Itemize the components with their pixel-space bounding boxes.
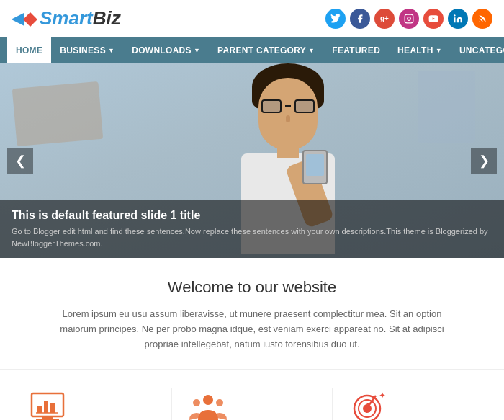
svg-rect-0 bbox=[405, 14, 413, 23]
hero-neck bbox=[277, 140, 299, 158]
nav-parent-arrow: ▼ bbox=[308, 47, 315, 54]
hero-bg-item2 bbox=[418, 71, 475, 143]
hero-title: This is default featured slide 1 title bbox=[12, 209, 492, 222]
slider-next-button[interactable]: ❯ bbox=[471, 148, 497, 174]
google-plus-icon[interactable]: g+ bbox=[374, 9, 395, 29]
welcome-title: Welcome to our website bbox=[43, 278, 461, 297]
svg-rect-9 bbox=[44, 401, 48, 413]
social-icons-group: g+ bbox=[325, 9, 492, 29]
welcome-section: Welcome to our website Lorem ipsum eu us… bbox=[0, 258, 504, 370]
svg-point-13 bbox=[193, 399, 200, 406]
hero-bg-item1 bbox=[12, 81, 104, 146]
svg-rect-8 bbox=[37, 406, 42, 413]
feature-support: Friendly Support Lorem ipsum dolor sit a… bbox=[171, 388, 332, 420]
site-header: ◀ SmartBiz g+ bbox=[0, 0, 504, 37]
nav-uncategorized[interactable]: UNCATEGORIZED bbox=[451, 37, 504, 63]
linkedin-icon[interactable] bbox=[448, 9, 468, 29]
hero-description: Go to Blogger edit html and find these s… bbox=[12, 225, 492, 249]
svg-point-14 bbox=[216, 399, 223, 406]
svg-point-4 bbox=[479, 21, 480, 22]
hero-nose bbox=[286, 115, 290, 122]
nav-downloads[interactable]: DOWNLOADS ▼ bbox=[123, 37, 209, 63]
nav-parent-category[interactable]: PARENT CATEGORY ▼ bbox=[209, 37, 323, 63]
hero-phone-screen bbox=[306, 154, 324, 176]
nav-featured[interactable]: FEATURED bbox=[323, 37, 389, 63]
facebook-icon[interactable] bbox=[350, 9, 370, 29]
svg-rect-10 bbox=[50, 403, 55, 413]
welcome-text: Lorem ipsum eu usu assum liberavisse, ut… bbox=[43, 307, 461, 352]
nav-business-arrow: ▼ bbox=[108, 47, 114, 54]
svg-point-12 bbox=[203, 395, 213, 405]
youtube-icon[interactable] bbox=[423, 9, 444, 29]
slider-prev-button[interactable]: ❮ bbox=[7, 148, 33, 174]
hero-overlay: This is default featured slide 1 title G… bbox=[0, 200, 504, 258]
nav-health[interactable]: HEALTH ▼ bbox=[389, 37, 451, 63]
main-nav: HOME BUSINESS ▼ DOWNLOADS ▼ PARENT CATEG… bbox=[0, 37, 504, 63]
features-section: Fully Responsive Lorem ipsum dolor sit a… bbox=[0, 370, 504, 420]
logo-text-smart: Smart bbox=[40, 7, 93, 30]
twitter-icon[interactable] bbox=[325, 9, 346, 29]
rss-icon[interactable] bbox=[472, 9, 492, 29]
hero-face bbox=[258, 78, 318, 150]
hero-glass-right bbox=[294, 99, 315, 113]
feature-responsive-icon bbox=[26, 388, 69, 420]
instagram-icon[interactable] bbox=[399, 9, 419, 29]
feature-results-icon: ✦ bbox=[347, 388, 390, 420]
hero-glasses bbox=[261, 99, 315, 113]
logo-text-biz: Biz bbox=[93, 7, 121, 30]
hero-glass-bridge bbox=[285, 105, 291, 107]
feature-support-icon bbox=[186, 388, 230, 420]
hero-slider: ❮ ❯ This is default featured slide 1 tit… bbox=[0, 63, 504, 258]
svg-point-3 bbox=[454, 14, 455, 16]
nav-business[interactable]: BUSINESS ▼ bbox=[51, 37, 123, 63]
nav-downloads-arrow: ▼ bbox=[194, 47, 200, 54]
logo[interactable]: ◀ SmartBiz bbox=[12, 7, 121, 30]
svg-point-17 bbox=[363, 404, 372, 413]
feature-responsive: Fully Responsive Lorem ipsum dolor sit a… bbox=[12, 388, 171, 420]
svg-text:✦: ✦ bbox=[379, 390, 386, 401]
nav-health-arrow: ▼ bbox=[436, 47, 442, 54]
hero-glass-left bbox=[261, 99, 282, 113]
feature-results: ✦ Maximum Results Lorem ipsum dolor sit … bbox=[332, 388, 492, 420]
nav-home[interactable]: HOME bbox=[7, 37, 51, 63]
hero-phone bbox=[302, 150, 328, 184]
